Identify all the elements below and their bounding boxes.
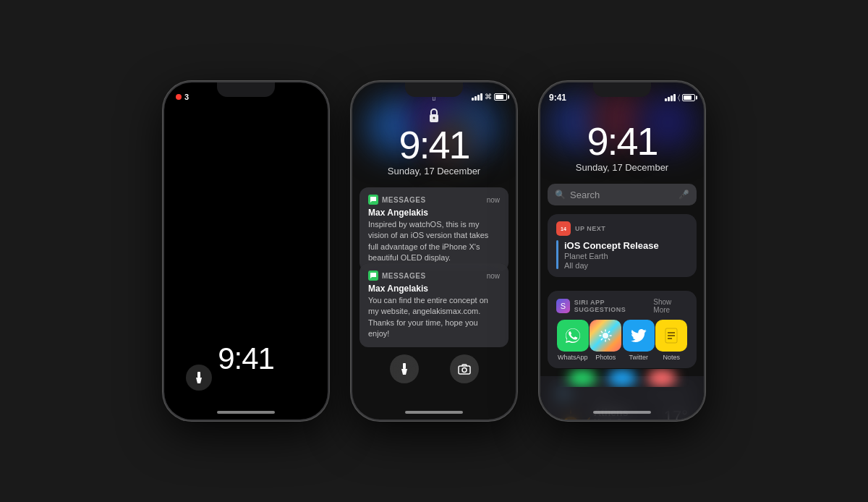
whatsapp-label: WhatsApp: [558, 354, 588, 361]
phone3-time: 9:41: [587, 119, 657, 163]
phone3-date: Sunday, 17 December: [576, 162, 668, 173]
dock-blob-2: [608, 369, 637, 387]
twitter-icon: [623, 320, 655, 352]
siri-app-icons-row: WhatsApp Photos: [556, 320, 688, 361]
calendar-icon: 14: [556, 221, 571, 236]
whatsapp-app-item[interactable]: WhatsApp: [557, 320, 589, 361]
messages-icon: [368, 195, 378, 205]
siri-icon: S: [556, 299, 570, 313]
phone2-time: 9:41: [399, 122, 469, 167]
notif2-app-info: MESSAGES: [368, 271, 426, 281]
phone3-status-time: 9:41: [549, 93, 566, 103]
svg-rect-6: [459, 366, 470, 374]
photos-label: Photos: [595, 354, 616, 361]
calendar-accent-bar: [556, 240, 558, 269]
notes-app-item[interactable]: Notes: [655, 320, 687, 361]
calendar-widget: 14 UP NEXT iOS Concept Release Planet Ea…: [548, 214, 697, 277]
siri-show-more[interactable]: Show More: [653, 298, 688, 314]
notif1-time: now: [487, 196, 500, 204]
battery-icon: [494, 93, 507, 101]
phone-2:  ⌘: [351, 81, 517, 421]
phone1-screen: 3 9:41: [164, 82, 328, 420]
svg-point-7: [462, 368, 467, 373]
signal-bar-3: [477, 95, 480, 101]
signal-bar-1: [472, 98, 474, 101]
notes-icon: [655, 320, 687, 352]
siri-widget-header: S SIRI APP SUGGESTIONS Show More: [556, 298, 688, 314]
siri-suggestions-widget: S SIRI APP SUGGESTIONS Show More: [548, 291, 697, 368]
notes-label: Notes: [663, 354, 680, 361]
notification-count: 3: [184, 93, 189, 101]
messages-icon-2: [368, 271, 378, 281]
search-icon: 🔍: [555, 190, 566, 200]
phone1-status-bar: 3: [176, 93, 316, 101]
calendar-event-location: Planet Earth: [564, 252, 659, 260]
signal-bar-2: [475, 96, 477, 101]
notif1-body: Inspired by watchOS, this is my vision o…: [368, 219, 500, 264]
phone1-time: 9:41: [218, 341, 274, 376]
signal-bar-4: [480, 93, 482, 101]
notif2-time: now: [487, 272, 500, 280]
notif2-header: MESSAGES now: [368, 271, 500, 281]
notification-2[interactable]: MESSAGES now Max Angelakis You can find …: [359, 263, 509, 347]
twitter-label: Twitter: [629, 354, 648, 361]
phone-3: 9:41 〈 9:41 Sunday, 17 December: [539, 81, 705, 421]
microphone-icon: 🎤: [678, 190, 689, 200]
notif1-header: MESSAGES now: [368, 195, 500, 205]
wifi-icon: ⌘: [485, 93, 492, 101]
phone2-date: Sunday, 17 December: [388, 166, 480, 176]
calendar-widget-header: 14 UP NEXT: [556, 221, 688, 236]
notif1-sender: Max Angelakis: [368, 208, 500, 218]
phone2-bottom-controls: [352, 354, 516, 383]
notification-dot: [176, 94, 182, 100]
svg-point-3: [433, 117, 435, 119]
dock-blobs: [540, 369, 704, 387]
phone3-signal: [665, 94, 676, 101]
siri-left: S SIRI APP SUGGESTIONS: [556, 299, 653, 313]
apple-logo: : [433, 93, 435, 103]
twitter-app-item[interactable]: Twitter: [623, 320, 655, 361]
calendar-event-title: iOS Concept Release: [564, 240, 659, 251]
svg-marker-5: [401, 369, 407, 375]
phone3-status-bar: 9:41 〈: [549, 93, 695, 103]
calendar-event-time: All day: [564, 261, 659, 270]
svg-marker-1: [196, 378, 202, 383]
notif1-app-name: MESSAGES: [382, 196, 426, 204]
camera-button[interactable]: [450, 354, 479, 383]
svg-rect-0: [197, 372, 200, 378]
phone3-screen: 9:41 〈 9:41 Sunday, 17 December: [540, 82, 704, 420]
torch-button-2[interactable]: [390, 354, 419, 383]
calendar-event: iOS Concept Release Planet Earth All day: [556, 240, 688, 270]
search-placeholder: Search: [570, 190, 674, 200]
notif2-sender: Max Angelakis: [368, 284, 500, 294]
search-bar[interactable]: 🔍 Search 🎤: [548, 184, 697, 205]
phone2-screen:  ⌘: [352, 82, 516, 420]
phone-1: 3 9:41: [163, 81, 329, 421]
notif1-app-info: MESSAGES: [368, 195, 426, 205]
phone2-status-bar: ⌘: [472, 93, 507, 101]
phone3-status-icons: 〈: [665, 93, 695, 102]
calendar-event-details: iOS Concept Release Planet Earth All day: [564, 240, 659, 270]
home-indicator-3[interactable]: [593, 411, 651, 414]
photos-icon: [590, 320, 621, 352]
notification-1[interactable]: MESSAGES now Max Angelakis Inspired by w…: [359, 187, 509, 271]
phone3-battery: [682, 94, 695, 101]
siri-section-label: SIRI APP SUGGESTIONS: [574, 299, 654, 313]
dock-blob-3: [647, 369, 676, 387]
notif2-body: You can find the entire concept on my we…: [368, 295, 500, 340]
dock-blob-1: [568, 369, 597, 387]
svg-point-8: [603, 333, 608, 339]
battery-fill: [495, 95, 503, 99]
torch-button[interactable]: [186, 365, 212, 391]
calendar-section-label: UP NEXT: [575, 225, 605, 232]
wifi-icon-3: 〈: [678, 93, 680, 102]
photos-app-item[interactable]: Photos: [590, 320, 621, 361]
svg-rect-4: [403, 363, 406, 369]
signal-bars: [472, 93, 482, 101]
whatsapp-icon: [557, 320, 589, 352]
home-indicator-2[interactable]: [405, 411, 463, 414]
notif2-app-name: MESSAGES: [382, 272, 426, 280]
home-indicator[interactable]: [217, 411, 275, 414]
